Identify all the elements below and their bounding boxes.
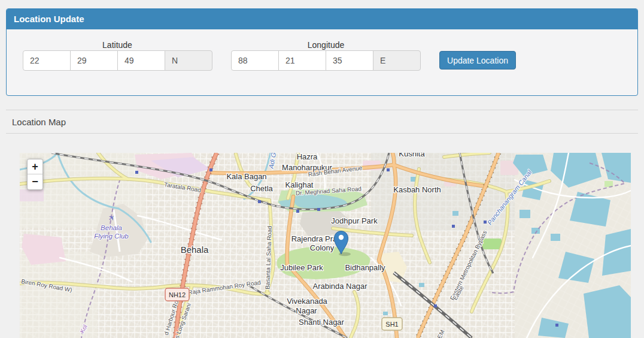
map-zoom-control: + − [27,159,43,190]
map-label-bidhanpally: Bidhanpally [345,263,385,272]
map-tiles: Kushita Hazra Manoharpukur Kala Bagan Ch… [20,153,631,338]
map-label-vivekanada-line1: Vivekanada [287,297,327,306]
nh12-shield: NH12 [165,288,189,301]
map-label-kasbah-north: Kasbah North [393,185,441,194]
map-label-flying-club-line2: Flying Club [94,233,129,240]
map-label-behala: Behala [181,245,209,255]
map-label-kalighat: Kalighat [285,180,314,189]
latitude-input-group: N [23,50,212,71]
latitude-direction-addon: N [165,50,212,71]
map-label-kala-bagan: Kala Bagan [226,172,266,181]
latitude-seconds-input[interactable] [117,50,165,71]
map-label-jodhpur-park: Jodhpur Park [331,216,378,225]
svg-text:NH12: NH12 [169,291,186,298]
map-label-shanti-nagar: Shanti Nagar [299,318,345,327]
map-label-chetla: Chetla [250,184,273,193]
map-label-jubilee-park: Jubilee Park [280,263,323,272]
section-divider-bottom [6,133,638,134]
map-label-kushita: Kushita [399,153,425,158]
section-divider-top [6,110,638,110]
longitude-degrees-input[interactable] [231,50,279,71]
map-label-flying-club-line1: Behala [101,224,122,231]
page: Location Update Latitude Longitude N E U… [0,0,644,338]
latitude-minutes-input[interactable] [70,50,118,71]
latitude-label: Latitude [23,40,212,51]
location-update-panel: Location Update Latitude Longitude N E U… [6,8,638,96]
map-label-arabinda-nagar: Arabinda Nagar [312,282,367,291]
longitude-seconds-input[interactable] [326,50,373,71]
latitude-degrees-input[interactable] [23,50,71,71]
sh1-shield: SH1 [382,318,402,330]
map-canvas[interactable]: Kushita Hazra Manoharpukur Kala Bagan Ch… [20,153,631,338]
longitude-input-group: E [231,50,421,71]
longitude-label: Longitude [231,40,421,51]
map-label-vivekanada-line2: Nagar [296,306,317,315]
zoom-out-button[interactable]: − [28,174,42,189]
panel-title: Location Update [7,9,637,29]
map-label-rajendra-line1: Rajendra Pra [291,234,338,243]
section-title: Location Map [12,117,66,127]
longitude-direction-addon: E [373,50,421,71]
update-location-button[interactable]: Update Location [439,51,516,70]
map-label-hazra: Hazra [297,153,318,161]
svg-text:SH1: SH1 [385,321,398,328]
longitude-minutes-input[interactable] [278,50,326,71]
map-label-rajendra-line2: Colony [310,243,335,252]
zoom-in-button[interactable]: + [28,159,42,174]
